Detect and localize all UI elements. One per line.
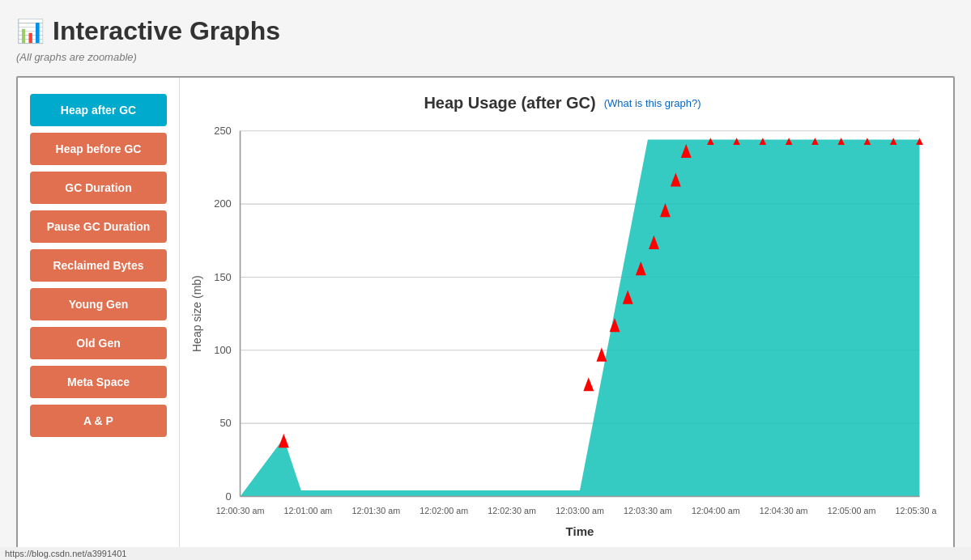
svg-text:12:01:30 am: 12:01:30 am: [351, 506, 400, 515]
sidebar-btn-heap-before-gc[interactable]: Heap before GC: [30, 133, 167, 165]
sidebar-btn-meta-space[interactable]: Meta Space: [30, 366, 167, 398]
sidebar-btn-young-gen[interactable]: Young Gen: [30, 288, 167, 320]
svg-text:250: 250: [214, 125, 232, 137]
svg-text:50: 50: [219, 417, 231, 429]
svg-text:12:05:30 am: 12:05:30 am: [896, 506, 937, 515]
svg-text:100: 100: [214, 344, 232, 356]
sidebar-btn-reclaimed-bytes[interactable]: Reclaimed Bytes: [30, 249, 167, 282]
svg-text:Heap size (mb): Heap size (mb): [190, 275, 203, 352]
chart-icon: 📊: [16, 18, 45, 45]
chart-title: Heap Usage (after GC): [424, 94, 595, 112]
chart-title-row: Heap Usage (after GC) (What is this grap…: [424, 94, 701, 112]
svg-text:12:03:00 am: 12:03:00 am: [556, 506, 604, 515]
page-title: Interactive Graphs: [53, 16, 280, 46]
sidebar-btn-pause-gc-duration[interactable]: Pause GC Duration: [30, 210, 167, 243]
svg-text:12:02:30 am: 12:02:30 am: [488, 506, 536, 515]
svg-text:150: 150: [214, 271, 232, 283]
svg-text:12:04:00 am: 12:04:00 am: [692, 506, 740, 515]
svg-text:12:05:00 am: 12:05:00 am: [828, 506, 876, 515]
sidebar-btn-gc-duration[interactable]: GC Duration: [30, 172, 167, 204]
page-header: 📊 Interactive Graphs: [16, 16, 955, 46]
sidebar-btn-a-&-p[interactable]: A & P: [30, 405, 167, 437]
svg-text:12:02:00 am: 12:02:00 am: [419, 506, 468, 515]
svg-text:12:00:30 am: 12:00:30 am: [216, 506, 265, 515]
svg-text:12:03:30 am: 12:03:30 am: [624, 506, 672, 515]
chart-wrapper: Heap size (mb) 0 50 100 150 200: [188, 121, 937, 541]
main-panel: Heap after GCHeap before GCGC DurationPa…: [16, 76, 955, 559]
sidebar-btn-heap-after-gc[interactable]: Heap after GC: [30, 94, 167, 126]
url-bar: https://blog.csdn.net/a3991401: [0, 547, 971, 560]
svg-text:Time: Time: [566, 524, 594, 538]
svg-text:0: 0: [226, 490, 232, 503]
chart-info-link[interactable]: (What is this graph?): [604, 97, 701, 109]
subtitle: (All graphs are zoomable): [16, 51, 955, 63]
svg-text:200: 200: [214, 197, 232, 210]
chart-svg: Heap size (mb) 0 50 100 150 200: [188, 121, 937, 541]
chart-area: Heap Usage (after GC) (What is this grap…: [180, 78, 953, 558]
svg-text:12:04:30 am: 12:04:30 am: [760, 506, 808, 515]
sidebar: Heap after GCHeap before GCGC DurationPa…: [18, 78, 180, 558]
sidebar-btn-old-gen[interactable]: Old Gen: [30, 327, 167, 359]
svg-text:12:01:00 am: 12:01:00 am: [284, 506, 333, 515]
